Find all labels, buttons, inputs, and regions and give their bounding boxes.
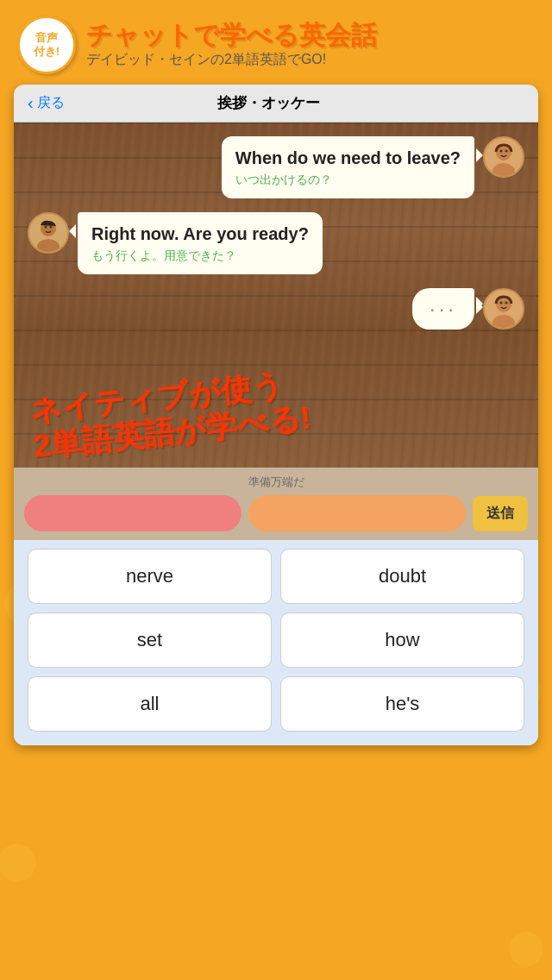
header: 音声 付き! チャットで学べる英会話 デイビッド・セインの2単語英語でGO! (0, 0, 552, 85)
word-button-set[interactable]: set (28, 612, 272, 668)
word-button-doubt[interactable]: doubt (280, 549, 524, 604)
avatar-left (28, 212, 69, 254)
message-bubble: When do we need to leave? いつ出かけるの？ (222, 136, 474, 198)
svg-point-13 (505, 150, 508, 153)
back-chevron-icon: ‹ (28, 93, 34, 113)
input-area: 準備万端だ 送信 (14, 468, 538, 540)
word-button-hes[interactable]: he's (280, 676, 524, 732)
avatar-right-2 (483, 288, 524, 330)
bubble-english: When do we need to leave? (235, 147, 461, 169)
word-button-all[interactable]: all (28, 676, 272, 732)
svg-point-12 (500, 150, 503, 153)
word-input-1[interactable] (24, 495, 242, 531)
back-label: 戻る (37, 94, 65, 112)
word-button-how[interactable]: how (280, 612, 524, 668)
svg-point-23 (505, 302, 508, 305)
svg-point-18 (50, 226, 53, 229)
header-subtitle: デイビッド・セインの2単語英語でGO! (86, 51, 377, 69)
send-button[interactable]: 送信 (473, 496, 528, 531)
word-grid: nerve doubt set how all he's (28, 549, 524, 732)
bubble-japanese: もう行くよ。用意できた？ (91, 248, 309, 264)
input-row: 送信 (24, 495, 528, 531)
svg-point-7 (0, 844, 36, 882)
voice-badge: 音声 付き! (17, 16, 76, 74)
typing-bubble: ··· (412, 288, 474, 330)
message-bubble: Right now. Are you ready? もう行くよ。用意できた？ (78, 212, 323, 274)
header-text: チャットで学べる英会話 デイビッド・セインの2単語英語でGO! (86, 21, 377, 69)
nav-title: 挨拶・オッケー (65, 93, 473, 113)
promo-overlay: ネイティブが使う 2単語英語が学べる! (31, 379, 310, 450)
typing-dots: ··· (430, 297, 457, 320)
message-row: When do we need to leave? いつ出かけるの？ (28, 136, 524, 198)
avatar-right (483, 136, 524, 178)
badge-line2: 付き! (34, 45, 60, 59)
hint-label: 準備万端だ (24, 474, 528, 490)
word-button-nerve[interactable]: nerve (28, 549, 272, 604)
chat-container: ‹ 戻る 挨拶・オッケー When do we need to leave? い… (14, 85, 538, 745)
svg-point-8 (509, 932, 543, 966)
bubble-japanese: いつ出かけるの？ (235, 173, 461, 188)
word-buttons-area: nerve doubt set how all he's (14, 540, 538, 745)
nav-bar: ‹ 戻る 挨拶・オッケー (14, 85, 538, 122)
svg-point-17 (45, 226, 47, 229)
bubble-english: Right now. Are you ready? (91, 223, 309, 245)
message-row-typing: ··· (28, 288, 524, 330)
message-row: Right now. Are you ready? もう行くよ。用意できた？ (28, 212, 524, 274)
header-title: チャットで学べる英会話 (86, 21, 377, 49)
nav-back-button[interactable]: ‹ 戻る (28, 93, 65, 113)
badge-line1: 音声 (35, 31, 58, 45)
chat-messages: When do we need to leave? いつ出かけるの？ (14, 122, 538, 468)
svg-point-22 (500, 302, 503, 305)
word-input-2[interactable] (248, 495, 466, 531)
